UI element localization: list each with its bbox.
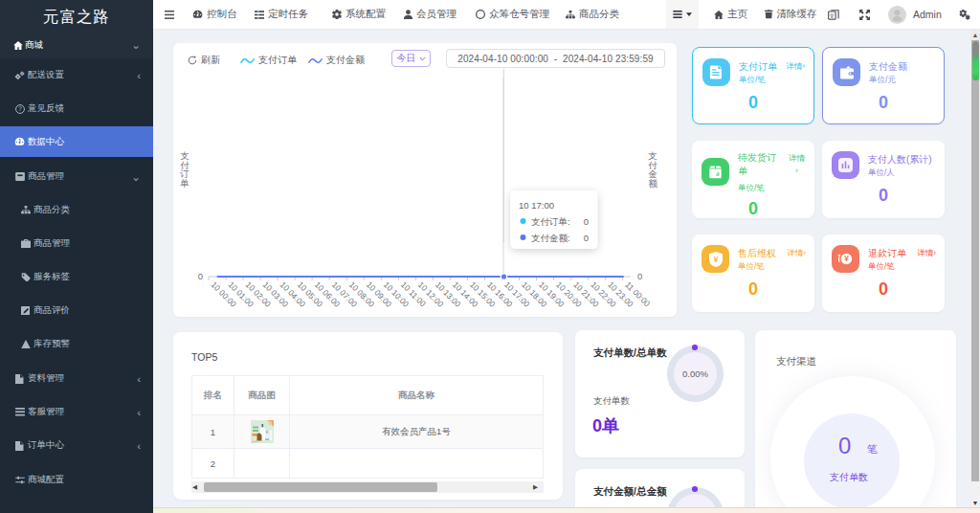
svg-text:支付订单: 支付订单 (179, 150, 189, 189)
svg-text:?: ? (18, 105, 22, 112)
svg-text:¥: ¥ (713, 255, 718, 264)
svg-text:0: 0 (637, 271, 642, 281)
svg-text:文: 文 (829, 11, 835, 18)
svg-text:支付订单:: 支付订单: (531, 216, 570, 227)
svg-text:0: 0 (584, 233, 589, 243)
svg-text:10 17:00: 10 17:00 (519, 200, 554, 211)
svg-text:0: 0 (584, 216, 589, 227)
svg-text:支付金额: 支付金额 (648, 150, 657, 189)
svg-text:0: 0 (198, 271, 203, 281)
svg-text:¥: ¥ (844, 254, 849, 263)
svg-text:支付金额:: 支付金额: (531, 233, 570, 243)
